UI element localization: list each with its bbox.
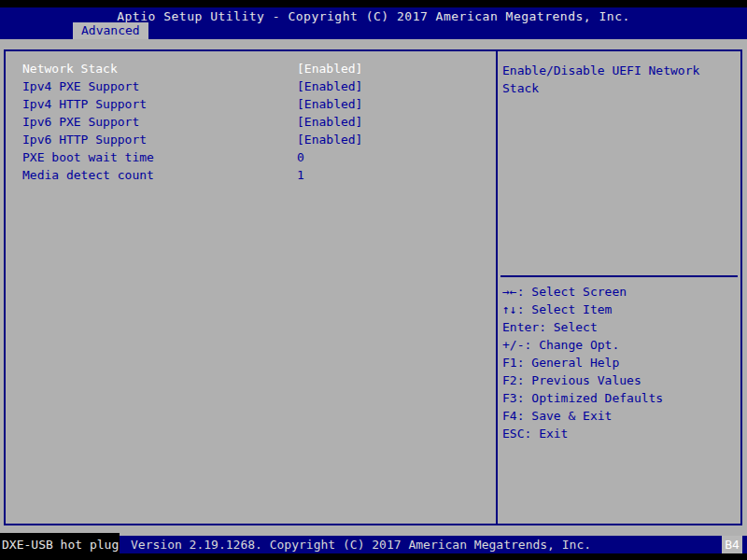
hotkey-f4-save-exit: F4: Save & Exit xyxy=(502,407,740,425)
status-bar: Version 2.19.1268. Copyright (C) 2017 Am… xyxy=(0,536,747,553)
option-label: Ipv4 PXE Support xyxy=(22,79,139,93)
option-value: [Enabled] xyxy=(297,95,362,113)
hotkey-f3-optimized-defaults: F3: Optimized Defaults xyxy=(502,389,740,407)
options-list: Network Stack [Enabled] Ipv4 PXE Support… xyxy=(6,51,496,184)
title-bar: Aptio Setup Utility - Copyright (C) 2017… xyxy=(0,7,747,39)
status-code-badge: B4 xyxy=(722,536,742,553)
hotkey-legend: →←: Select Screen ↑↓: Select Item Enter:… xyxy=(498,277,740,442)
help-text: Enable/Disable UEFI Network Stack xyxy=(498,51,740,275)
hotkey-esc-exit: ESC: Exit xyxy=(502,425,740,442)
option-label: Network Stack xyxy=(22,62,118,76)
hotkey-enter-select: Enter: Select xyxy=(502,318,740,336)
option-value: 1 xyxy=(297,166,304,184)
hotkey-select-screen: →←: Select Screen xyxy=(502,283,740,301)
option-label: Ipv6 HTTP Support xyxy=(22,133,147,147)
status-message: DXE-USB hot plug xyxy=(0,533,120,556)
bios-screen: Aptio Setup Utility - Copyright (C) 2017… xyxy=(0,0,747,560)
version-text: Version 2.19.1268. Copyright (C) 2017 Am… xyxy=(131,536,591,553)
option-row-network-stack[interactable]: Network Stack [Enabled] xyxy=(22,60,496,77)
setup-frame: Network Stack [Enabled] Ipv4 PXE Support… xyxy=(4,49,742,525)
option-value: [Enabled] xyxy=(297,113,362,131)
option-label: Ipv6 PXE Support xyxy=(22,115,139,129)
option-row-ipv4-pxe-support[interactable]: Ipv4 PXE Support [Enabled] xyxy=(22,77,496,95)
help-pane: Enable/Disable UEFI Network Stack →←: Se… xyxy=(496,51,740,524)
main-area: Network Stack [Enabled] Ipv4 PXE Support… xyxy=(0,39,747,536)
option-value: 0 xyxy=(297,148,304,166)
option-label: Media detect count xyxy=(22,168,154,182)
option-row-pxe-boot-wait-time[interactable]: PXE boot wait time 0 xyxy=(22,148,496,166)
option-row-media-detect-count[interactable]: Media detect count 1 xyxy=(22,166,496,184)
option-row-ipv6-pxe-support[interactable]: Ipv6 PXE Support [Enabled] xyxy=(22,113,496,131)
tab-advanced[interactable]: Advanced xyxy=(73,22,148,39)
hotkey-f1-general-help: F1: General Help xyxy=(502,354,740,371)
hotkey-change-opt: +/-: Change Opt. xyxy=(502,336,740,354)
option-label: PXE boot wait time xyxy=(22,150,154,164)
option-row-ipv6-http-support[interactable]: Ipv6 HTTP Support [Enabled] xyxy=(22,131,496,148)
option-label: Ipv4 HTTP Support xyxy=(22,97,147,111)
hotkey-f2-previous-values: F2: Previous Values xyxy=(502,371,740,389)
hotkey-select-item: ↑↓: Select Item xyxy=(502,301,740,318)
option-value: [Enabled] xyxy=(297,131,362,148)
option-row-ipv4-http-support[interactable]: Ipv4 HTTP Support [Enabled] xyxy=(22,95,496,113)
option-value: [Enabled] xyxy=(297,77,362,95)
option-value: [Enabled] xyxy=(297,60,362,77)
options-pane: Network Stack [Enabled] Ipv4 PXE Support… xyxy=(6,51,496,524)
